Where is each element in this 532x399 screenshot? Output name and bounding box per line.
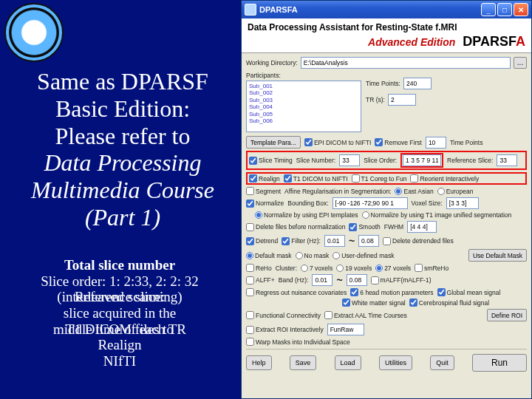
footer-row: Help Save Load Utilities Quit Run: [246, 354, 527, 372]
input-slice-order[interactable]: [403, 154, 441, 166]
radio-no-mask[interactable]: No mask: [296, 252, 330, 259]
checkbox-t1-dicom[interactable]: T1 DICOM to NIFTI: [284, 174, 348, 183]
highlight-slice-timing: Slice Timing Slice Number: Slice Order: …: [246, 151, 527, 170]
header-advanced: Advanced Edition: [368, 36, 455, 48]
checkbox-malff[interactable]: mALFF(mALFF-1): [371, 276, 432, 284]
input-fwhm[interactable]: [407, 221, 437, 233]
run-button[interactable]: Run: [472, 354, 527, 372]
radio-normalize-t1[interactable]: Normalize by using T1 image unified segm…: [362, 211, 512, 219]
app-icon: [245, 4, 256, 16]
checkbox-detrend[interactable]: Detrend: [246, 237, 278, 245]
checkbox-remove-first[interactable]: Remove First: [375, 138, 422, 146]
app-header: Data Processing Assistant for Resting-St…: [242, 18, 531, 53]
close-button[interactable]: ✕: [514, 3, 528, 16]
slide-left-panel: Same as DPARSF Basic Edition: Please ref…: [0, 0, 236, 399]
radio-european[interactable]: European: [437, 188, 474, 195]
input-band-lo[interactable]: [312, 274, 332, 286]
label-affine-reg: Affine Regularisation in Segmentation:: [284, 188, 391, 195]
checkbox-reho[interactable]: ReHo: [246, 264, 272, 272]
radio-default-mask[interactable]: Default mask: [246, 252, 292, 259]
label-fwhm: FWHM: [384, 223, 403, 231]
checkbox-smooth[interactable]: Smooth: [349, 223, 380, 231]
checkbox-realign[interactable]: Realign: [249, 174, 280, 183]
list-item[interactable]: Sub_002: [249, 89, 358, 96]
slide-h-l4b: Multimedia Course: [31, 177, 214, 203]
checkbox-reorient[interactable]: Reorient Interactively: [410, 174, 479, 183]
checkbox-delete-detrended[interactable]: Delete detrended files: [383, 237, 454, 245]
header-line1: Data Processing Assistant for Resting-St…: [248, 22, 525, 33]
checkbox-extract-aal[interactable]: Extract AAL Time Courses: [324, 311, 407, 319]
radio-user-mask[interactable]: User-defined mask: [332, 252, 394, 259]
title-bar[interactable]: DPARSFA _ □ ✕: [242, 1, 531, 18]
form-body: Working Directory: ... Participants: Sub…: [242, 53, 531, 376]
note-l7: NIfTI: [103, 353, 136, 369]
checkbox-alff[interactable]: ALFF+: [246, 276, 275, 284]
logo-emblem: [4, 3, 64, 62]
window-title: DPARSFA: [259, 5, 298, 14]
minimize-button[interactable]: _: [481, 3, 496, 16]
slide-h-l2: Basic Edition:: [55, 95, 190, 122]
input-funraw[interactable]: [327, 324, 364, 335]
radio-19voxels[interactable]: 19 voxels: [336, 265, 372, 272]
template-button[interactable]: Template Para...: [246, 136, 301, 149]
input-bounding-box[interactable]: [332, 197, 408, 209]
input-working-dir[interactable]: [301, 57, 511, 69]
input-filter-hi[interactable]: [358, 235, 379, 247]
input-time-points[interactable]: [403, 78, 432, 89]
header-app-a: A: [516, 34, 525, 49]
list-item[interactable]: Sub_001: [249, 83, 358, 89]
input-remove-first[interactable]: [426, 137, 446, 149]
checkbox-regress-cov[interactable]: Regress out nuisance covariates: [246, 288, 347, 296]
input-reference-slice[interactable]: [497, 154, 517, 166]
list-item[interactable]: Sub_004: [249, 103, 358, 110]
quit-button[interactable]: Quit: [430, 355, 454, 370]
input-slice-number[interactable]: [339, 154, 360, 166]
radio-east-asian[interactable]: East Asian: [395, 188, 433, 195]
list-item[interactable]: Sub_005: [249, 111, 358, 117]
checkbox-smreho[interactable]: smReHo: [415, 264, 449, 272]
label-voxel-size: Voxel Size:: [412, 200, 443, 207]
utilities-button[interactable]: Utilities: [379, 355, 412, 370]
checkbox-extract-interact[interactable]: Extract ROI Interactively: [246, 326, 324, 334]
radio-27voxels[interactable]: 27 voxels: [375, 265, 411, 272]
label-participants: Participants:: [246, 72, 361, 79]
checkbox-t1-coreg[interactable]: T1 Coreg to Fun: [352, 174, 407, 183]
checkbox-filter[interactable]: Filter (Hz):: [282, 237, 321, 245]
label-bounding-box: Bounding Box:: [287, 200, 328, 207]
row-working-dir: Working Directory: ...: [246, 57, 527, 69]
help-button[interactable]: Help: [246, 355, 272, 370]
radio-normalize-epi[interactable]: Normalize by using EPI templates: [255, 211, 358, 219]
use-default-mask-button[interactable]: Use Default Mask: [468, 249, 527, 262]
input-tr[interactable]: [388, 94, 416, 106]
input-band-hi[interactable]: [347, 274, 367, 286]
tilde-icon: ~: [349, 235, 355, 247]
tilde-icon: ~: [336, 274, 342, 286]
label-time-points: Time Points:: [366, 80, 400, 87]
browse-button[interactable]: ...: [514, 57, 527, 69]
participants-list[interactable]: Sub_001 Sub_002 Sub_003 Sub_004 Sub_005 …: [246, 81, 361, 132]
checkbox-warp-masks[interactable]: Warp Masks into Individual Space: [246, 338, 350, 346]
slide-h-l3: Please refer to: [55, 123, 190, 149]
list-item[interactable]: Sub_006: [249, 117, 358, 124]
checkbox-csf-signal[interactable]: Cerebrospinal fluid signal: [409, 299, 489, 307]
slide-h-l4a: Data Processing: [44, 149, 201, 176]
checkbox-delete-before-norm[interactable]: Delete files before normalization: [246, 223, 345, 231]
slide-heading: Same as DPARSF Basic Edition: Please ref…: [0, 68, 245, 231]
checkbox-slice-timing[interactable]: Slice Timing: [249, 157, 293, 165]
input-voxel-size[interactable]: [446, 197, 479, 209]
checkbox-head-motion[interactable]: 6 head motion parameters: [350, 288, 433, 296]
define-roi-button[interactable]: Define ROI: [487, 309, 527, 321]
load-button[interactable]: Load: [335, 355, 361, 370]
input-filter-lo[interactable]: [324, 235, 345, 247]
checkbox-wm-signal[interactable]: White matter signal: [342, 299, 406, 307]
radio-7voxels[interactable]: 7 voxels: [301, 265, 332, 272]
checkbox-normalize[interactable]: Normalize: [246, 200, 284, 208]
note-l1: Total slice number: [64, 257, 175, 273]
maximize-button[interactable]: □: [497, 3, 512, 16]
checkbox-global-signal[interactable]: Global mean signal: [437, 288, 501, 296]
checkbox-epi2nifti[interactable]: EPI DICOM to NIFTI: [304, 138, 371, 146]
checkbox-segment[interactable]: Segment: [246, 187, 281, 195]
checkbox-func-conn[interactable]: Functional Connectivity: [246, 311, 321, 319]
list-item[interactable]: Sub_003: [249, 97, 358, 103]
save-button[interactable]: Save: [290, 355, 317, 370]
